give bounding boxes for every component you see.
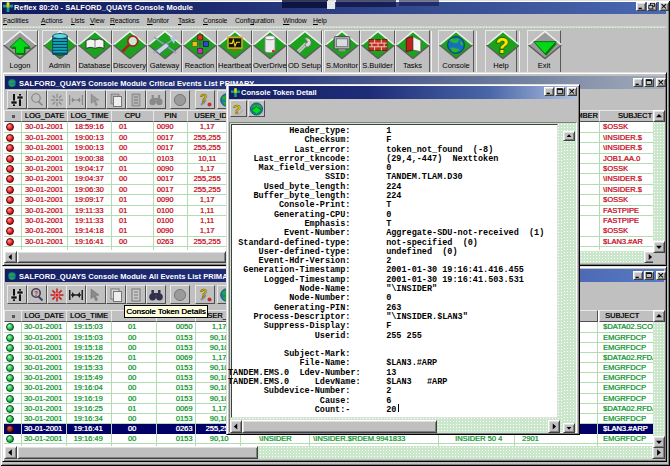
svg-text:?: ? <box>34 290 38 297</box>
svg-text:?: ? <box>200 287 207 301</box>
svg-text:?: ? <box>200 92 207 106</box>
svg-text:?: ? <box>496 34 509 58</box>
